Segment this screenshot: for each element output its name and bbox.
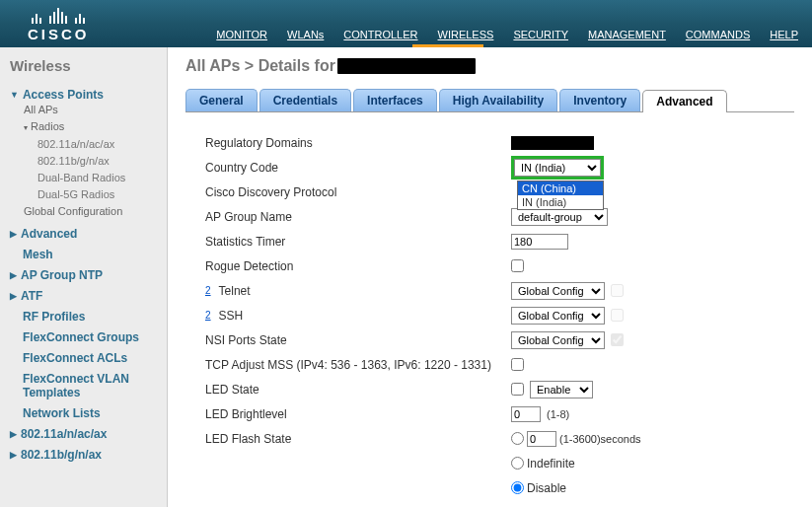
redacted-ap-name: [337, 58, 476, 74]
tab-advanced[interactable]: Advanced: [642, 90, 726, 112]
label-telnet: 2Telnet: [205, 284, 511, 298]
cisco-logo-bars: [32, 8, 85, 24]
sidebar-radios[interactable]: ▾ Radios: [24, 118, 159, 136]
tcp-mss-checkbox[interactable]: [511, 358, 524, 371]
led-flash-range: (1-3600)seconds: [559, 433, 641, 445]
sidebar-flexconnect-groups[interactable]: FlexConnect Groups: [23, 330, 159, 344]
sidebar-rf-profiles[interactable]: RF Profiles: [23, 310, 159, 324]
label-led-flash: LED Flash State: [205, 432, 511, 446]
nav-controller[interactable]: CONTROLLER: [343, 29, 417, 40]
footnote-link[interactable]: 2: [205, 285, 211, 296]
label-cdp: Cisco Discovery Protocol: [205, 185, 511, 199]
chevron-right-icon: ▶: [10, 429, 17, 439]
tab-general[interactable]: General: [185, 89, 258, 111]
main-content: All APs > Details for General Credential…: [168, 47, 812, 507]
label-led-brightlevel: LED Brightlevel: [205, 407, 511, 421]
sidebar-flexconnect-vlan[interactable]: FlexConnect VLAN Templates: [23, 372, 159, 399]
label-led-state: LED State: [205, 383, 511, 397]
label-ap-group: AP Group Name: [205, 210, 511, 224]
label-stats-timer: Statistics Timer: [205, 235, 511, 249]
chevron-right-icon: ▶: [10, 229, 17, 239]
top-navigation-bar: CISCO MONITOR WLANs CONTROLLER WIRELESS …: [0, 0, 812, 47]
sidebar-global-config[interactable]: Global Configuration: [24, 203, 159, 220]
ssh-checkbox: [611, 309, 624, 322]
tab-bar: General Credentials Interfaces High Avai…: [185, 89, 794, 112]
stats-timer-input[interactable]: [511, 234, 568, 250]
rogue-detection-checkbox[interactable]: [511, 259, 524, 272]
cisco-logo-text: CISCO: [28, 26, 90, 42]
sidebar-atf[interactable]: ▶ATF: [10, 289, 159, 303]
country-code-highlight: IN (India) CN (China) IN (India): [511, 156, 604, 180]
label-regulatory-domains: Regulatory Domains: [205, 136, 511, 150]
ap-group-select[interactable]: default-group: [511, 208, 608, 226]
nav-management[interactable]: MANAGEMENT: [588, 29, 666, 40]
cisco-logo: CISCO: [28, 8, 90, 42]
label-rogue-detection: Rogue Detection: [205, 259, 511, 273]
label-country-code: Country Code: [205, 161, 511, 175]
nav-security[interactable]: SECURITY: [513, 29, 568, 40]
sidebar-radio-dualband[interactable]: Dual-Band Radios: [37, 170, 159, 186]
led-flash-input[interactable]: [527, 431, 556, 447]
ssh-select[interactable]: Global Config: [511, 307, 605, 325]
tab-high-availability[interactable]: High Availability: [439, 89, 557, 111]
chevron-right-icon: ▶: [10, 291, 17, 301]
led-flash-seconds-radio[interactable]: [511, 432, 524, 445]
sidebar-ap-group-ntp[interactable]: ▶AP Group NTP: [10, 268, 159, 282]
led-state-checkbox[interactable]: [511, 383, 524, 396]
nav-wlans[interactable]: WLANs: [287, 29, 324, 40]
led-flash-indefinite-radio[interactable]: [511, 457, 524, 470]
chevron-down-icon: ▼: [10, 90, 19, 100]
telnet-select[interactable]: Global Config: [511, 282, 605, 300]
redacted-reg-domain: [511, 136, 594, 150]
label-ssh: 2SSH: [205, 309, 511, 323]
tab-inventory[interactable]: Inventory: [559, 89, 640, 111]
nav-wireless[interactable]: WIRELESS: [438, 29, 494, 40]
footnote-link[interactable]: 2: [205, 310, 211, 321]
sidebar-radio-dual5g[interactable]: Dual-5G Radios: [37, 186, 159, 203]
country-option-cn[interactable]: CN (China): [518, 181, 603, 195]
country-option-in[interactable]: IN (India): [518, 195, 603, 209]
label-nsi-ports: NSI Ports State: [205, 333, 511, 347]
led-bright-input[interactable]: [511, 406, 541, 422]
chevron-right-icon: ▶: [10, 270, 17, 280]
sidebar-80211b[interactable]: ▶802.11b/g/n/ax: [10, 448, 159, 462]
sidebar-radio-11a[interactable]: 802.11a/n/ac/ax: [37, 136, 159, 153]
nsi-ports-checkbox: [611, 333, 624, 346]
sidebar-title: Wireless: [10, 57, 159, 74]
page-title: All APs > Details for: [185, 57, 794, 75]
sidebar-network-lists[interactable]: Network Lists: [23, 406, 159, 420]
sidebar-advanced[interactable]: ▶Advanced: [10, 227, 159, 241]
sidebar-access-points[interactable]: ▼Access Points: [10, 88, 159, 102]
nav-commands[interactable]: COMMANDS: [686, 29, 750, 40]
sidebar-all-aps[interactable]: All APs: [24, 102, 159, 118]
led-flash-disable-label: Disable: [527, 481, 566, 495]
country-code-select[interactable]: IN (India): [514, 159, 601, 177]
sidebar: Wireless ▼Access Points All APs ▾ Radios…: [0, 47, 168, 507]
chevron-right-icon: ▶: [10, 450, 17, 460]
nav-help[interactable]: HELP: [770, 29, 798, 40]
advanced-form: Regulatory Domains Country Code IN (Indi…: [185, 130, 794, 500]
tab-interfaces[interactable]: Interfaces: [353, 89, 437, 111]
telnet-checkbox: [611, 284, 624, 297]
country-code-dropdown: CN (China) IN (India): [517, 181, 604, 210]
sidebar-radio-11b[interactable]: 802.11b/g/n/ax: [37, 153, 159, 170]
label-tcp-mss: TCP Adjust MSS (IPv4: 536 - 1363, IPv6: …: [205, 358, 511, 372]
led-flash-indefinite-label: Indefinite: [527, 457, 575, 471]
led-state-select[interactable]: Enable: [530, 381, 593, 398]
led-bright-range: (1-8): [547, 408, 569, 420]
led-flash-disable-radio[interactable]: [511, 481, 524, 494]
sidebar-flexconnect-acls[interactable]: FlexConnect ACLs: [23, 351, 159, 365]
nav-monitor[interactable]: MONITOR: [216, 29, 267, 40]
tab-credentials[interactable]: Credentials: [259, 89, 351, 111]
sidebar-80211a[interactable]: ▶802.11a/n/ac/ax: [10, 427, 159, 441]
nsi-ports-select[interactable]: Global Config: [511, 331, 605, 349]
sidebar-mesh[interactable]: Mesh: [23, 248, 159, 261]
top-nav-links: MONITOR WLANs CONTROLLER WIRELESS SECURI…: [216, 29, 798, 40]
